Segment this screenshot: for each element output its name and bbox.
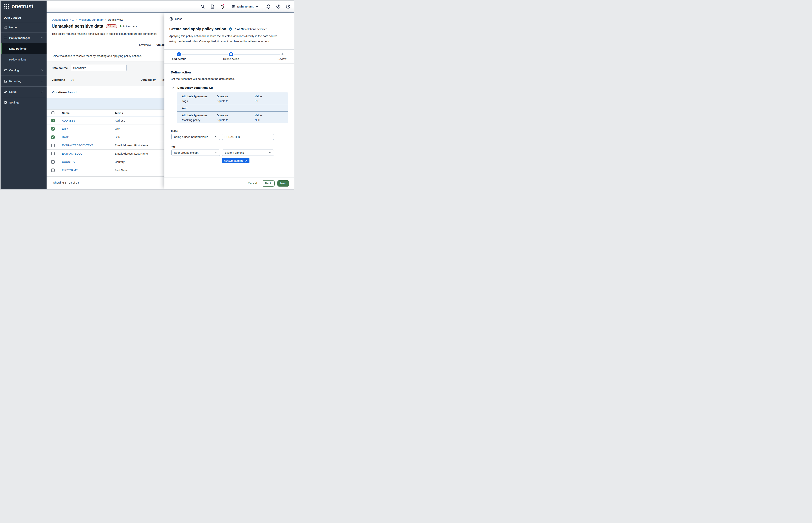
breadcrumb-separator: >: [76, 18, 77, 21]
brand-wordmark: onetrust: [12, 3, 33, 10]
sidebar: onetrust Data Catalog Home Policy manage…: [1, 1, 46, 189]
violations-found-title: Violations found: [52, 91, 77, 94]
step-label-define-action: Define action: [223, 57, 239, 60]
violation-name-link[interactable]: ADDRESS: [62, 119, 75, 122]
violation-name-link[interactable]: FIRSTNAME: [62, 169, 78, 172]
document-check-icon[interactable]: [210, 4, 215, 9]
conditions-title: Data policy conditions (2): [177, 86, 213, 89]
cond-value: Null: [255, 118, 260, 122]
row-checkbox[interactable]: [51, 136, 55, 139]
mask-value-input[interactable]: REDACTED: [222, 134, 274, 140]
violations-count-label: Violations: [52, 78, 65, 82]
description-line: using the defined rules. Once applied, i…: [169, 39, 286, 44]
sidebar-item-catalog[interactable]: Catalog: [1, 65, 46, 75]
row-checkbox[interactable]: [51, 119, 55, 122]
mask-method-select[interactable]: Using a user inputted value: [171, 134, 220, 140]
for-groups-select[interactable]: System admins: [222, 149, 274, 156]
cancel-button[interactable]: Cancel: [248, 182, 257, 185]
condition-joiner: And: [182, 107, 187, 110]
selection-count: 3 of 28: [234, 28, 244, 31]
pagination-summary: Showing 1 - 28 of 28: [53, 181, 79, 184]
column-header-name: Name: [62, 111, 70, 114]
search-icon[interactable]: [201, 4, 205, 9]
drawer-description: Applying this policy action will resolve…: [169, 33, 286, 44]
for-label: for: [172, 145, 175, 148]
account-icon[interactable]: [276, 4, 281, 9]
more-menu-button[interactable]: •••: [133, 24, 137, 28]
selection-summary: 3 of 28 violations selected: [234, 28, 267, 31]
sidebar-item-data-policies[interactable]: Data policies: [1, 43, 46, 54]
chip-label: System admins: [224, 159, 243, 162]
next-button[interactable]: Next: [278, 180, 289, 186]
violation-terms: City: [115, 127, 119, 130]
step-current-icon: [229, 52, 233, 56]
chevron-right-icon: [40, 79, 43, 83]
step-complete-icon: [177, 52, 181, 56]
row-checkbox[interactable]: [51, 168, 55, 172]
breadcrumb-link[interactable]: ...: [72, 18, 75, 21]
violation-name-link[interactable]: EXTRACTEDCC: [62, 152, 82, 155]
sidebar-item-settings[interactable]: Settings: [1, 97, 46, 108]
policy-action-drawer: Close Create and apply policy action i 3…: [165, 13, 294, 189]
chevron-down-icon: [215, 151, 218, 154]
violation-name-link[interactable]: CITY: [62, 127, 68, 130]
row-checkbox[interactable]: [51, 152, 55, 155]
row-checkbox[interactable]: [51, 160, 55, 164]
violation-name-link[interactable]: EXTRACTEDBODYTEXT: [62, 144, 93, 147]
status-badge: Active: [120, 24, 130, 28]
back-button[interactable]: Back: [262, 180, 275, 186]
violation-name-link[interactable]: DATE: [62, 136, 69, 139]
sidebar-item-policy-actions[interactable]: Policy actions: [1, 54, 46, 65]
cond-header-operator: Operator: [216, 114, 228, 117]
row-checkbox[interactable]: [51, 144, 55, 147]
sidebar-item-label: Catalog: [9, 69, 19, 72]
step-upcoming-icon: [282, 53, 283, 55]
sidebar-item-label: Home: [9, 26, 17, 29]
chevron-right-icon: [40, 69, 43, 72]
data-source-input[interactable]: Snowflake: [71, 65, 127, 71]
data-source-value: Snowflake: [73, 66, 86, 70]
violation-terms: Email Address, First Name: [115, 144, 148, 147]
severity-badge: Critical: [106, 24, 117, 28]
violation-name-link[interactable]: COUNTRY: [62, 160, 75, 163]
app-header: Main Tenant: [46, 1, 294, 13]
step-label-add-details: Add details: [172, 57, 186, 60]
row-checkbox[interactable]: [51, 127, 55, 130]
violation-terms: First Name: [115, 168, 128, 172]
sidebar-item-reporting[interactable]: Reporting: [1, 75, 46, 86]
help-icon[interactable]: [286, 4, 290, 9]
sidebar-item-setup[interactable]: Setup: [1, 86, 46, 97]
stepper-connector: [182, 54, 228, 54]
selected-group-chip[interactable]: System admins: [222, 158, 249, 163]
tenant-label[interactable]: Main Tenant: [237, 5, 253, 8]
mask-value: REDACTED: [225, 135, 240, 139]
breadcrumb-separator: >: [69, 18, 71, 21]
remove-chip-icon[interactable]: [245, 160, 247, 162]
sidebar-item-policy-manager[interactable]: Policy manager: [1, 33, 46, 43]
sidebar-item-home[interactable]: Home: [1, 22, 46, 33]
settings-gear-icon[interactable]: [266, 4, 271, 9]
step-label-review: Review: [278, 57, 286, 60]
close-button[interactable]: Close: [169, 17, 183, 21]
chevron-down-icon[interactable]: [255, 5, 259, 8]
notifications-button[interactable]: [220, 4, 225, 10]
breadcrumb-link[interactable]: Data policies: [52, 18, 68, 21]
conditions-collapse-toggle[interactable]: Data policy conditions (2): [172, 86, 213, 89]
chevron-up-icon: [172, 86, 175, 89]
for-method-value: User groups except: [174, 151, 199, 154]
stepper-connector: [234, 54, 280, 54]
sidebar-item-label: Data policies: [9, 47, 27, 50]
wrench-icon: [4, 90, 8, 94]
tenant-switcher[interactable]: [231, 4, 236, 10]
select-all-checkbox[interactable]: [52, 111, 54, 114]
breadcrumb-link[interactable]: Violations summary: [79, 18, 103, 21]
bar-chart-icon: [4, 79, 8, 83]
breadcrumb-separator: >: [105, 18, 107, 21]
for-method-select[interactable]: User groups except: [171, 149, 220, 156]
chevron-right-icon: [40, 90, 43, 93]
tab-overview[interactable]: Overview: [139, 43, 151, 47]
breadcrumb-current: Details view: [108, 18, 123, 21]
define-action-title: Define action: [171, 71, 191, 74]
mask-label: mask: [171, 129, 178, 132]
sidebar-item-label: Policy manager: [9, 36, 30, 39]
